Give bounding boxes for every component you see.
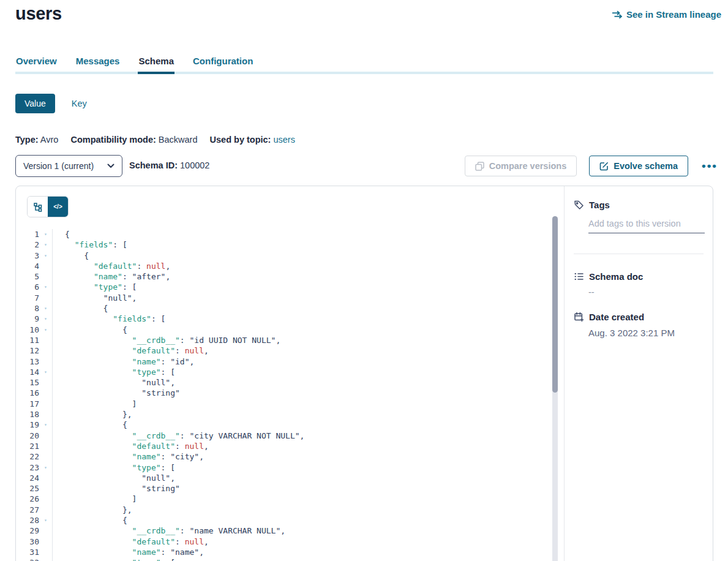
fold-toggle-icon[interactable]: ▾ xyxy=(39,303,53,314)
value-tab-button[interactable]: Value xyxy=(15,94,55,113)
code-line: 15 "null", xyxy=(16,377,552,388)
fold-toggle-icon[interactable]: ▾ xyxy=(39,557,53,561)
line-number: 6 xyxy=(16,282,39,292)
code-line: 2▾ "fields": [ xyxy=(16,239,552,250)
code-line: 31 "name": "name", xyxy=(16,547,552,557)
fold-toggle-icon[interactable]: ▾ xyxy=(39,314,53,324)
code-line: 6▾ "type": [ xyxy=(16,282,552,292)
fold-gutter xyxy=(39,356,53,367)
line-number: 9 xyxy=(16,314,39,324)
version-actions: Compare versions Evolve schema ••• xyxy=(465,156,719,176)
line-number: 20 xyxy=(16,431,39,441)
line-number: 10 xyxy=(16,325,39,335)
code-text: "default": null, xyxy=(53,261,170,271)
fold-gutter xyxy=(39,399,53,409)
compare-versions-button[interactable]: Compare versions xyxy=(465,156,577,176)
fold-gutter xyxy=(39,473,53,483)
scrollbar-thumb[interactable] xyxy=(552,216,558,393)
tree-view-button[interactable] xyxy=(28,197,48,217)
fold-toggle-icon[interactable]: ▾ xyxy=(39,239,53,250)
line-number: 3 xyxy=(16,250,39,261)
code-line: 8▾ { xyxy=(16,303,552,314)
fold-toggle-icon[interactable]: ▾ xyxy=(39,462,53,473)
tab-messages[interactable]: Messages xyxy=(75,55,121,72)
code-line: 14▾ "type": [ xyxy=(16,367,552,377)
tags-section-header: Tags xyxy=(574,200,704,210)
more-options-button[interactable]: ••• xyxy=(700,156,719,176)
fold-toggle-icon[interactable]: ▾ xyxy=(39,420,53,430)
line-number: 11 xyxy=(16,335,39,345)
code-line: 5 "name": "after", xyxy=(16,271,552,282)
code-view-icon: </> xyxy=(53,203,62,210)
line-number: 24 xyxy=(16,473,39,483)
line-number: 5 xyxy=(16,271,39,282)
fold-toggle-icon[interactable]: ▾ xyxy=(39,250,53,261)
fold-gutter xyxy=(39,335,53,345)
code-text: "fields": [ xyxy=(53,314,165,324)
evolve-schema-button[interactable]: Evolve schema xyxy=(589,156,688,176)
code-scrollbar[interactable] xyxy=(552,216,558,561)
fold-toggle-icon[interactable]: ▾ xyxy=(39,282,53,292)
code-text: "default": null, xyxy=(53,441,209,451)
fold-toggle-icon[interactable]: ▾ xyxy=(39,229,53,239)
code-line: 7 "null", xyxy=(16,293,552,303)
stream-lineage-icon xyxy=(612,10,622,19)
code-line: 11 "__crdb__": "id UUID NOT NULL", xyxy=(16,335,552,345)
stream-lineage-link[interactable]: See in Stream lineage xyxy=(612,9,721,20)
tab-overview[interactable]: Overview xyxy=(15,55,58,72)
date-created-value: Aug. 3 2022 3:21 PM xyxy=(588,328,704,338)
tag-icon xyxy=(574,200,584,210)
code-text: "__crdb__": "id UUID NOT NULL", xyxy=(53,335,280,345)
line-number: 27 xyxy=(16,505,39,515)
compare-versions-label: Compare versions xyxy=(489,161,567,171)
tab-schema[interactable]: Schema xyxy=(138,55,174,72)
line-number: 17 xyxy=(16,399,39,409)
date-created-section-header: Date created xyxy=(574,312,704,322)
schema-page: users See in Stream lineage OverviewMess… xyxy=(0,0,728,561)
fold-gutter xyxy=(39,293,53,303)
add-tags-input[interactable] xyxy=(588,219,705,233)
meta-topic: Used by topic: users xyxy=(210,135,295,145)
line-number: 29 xyxy=(16,525,39,536)
fold-gutter xyxy=(39,377,53,388)
version-select-value: Version 1 (current) xyxy=(23,161,94,171)
code-text: "fields": [ xyxy=(53,239,127,250)
code-text: { xyxy=(53,515,127,525)
code-text: { xyxy=(53,420,127,430)
tab-bar: OverviewMessagesSchemaConfiguration xyxy=(15,55,713,74)
code-text: "name": "after", xyxy=(53,271,170,282)
line-number: 25 xyxy=(16,483,39,494)
code-line: 32▾ "type": [ xyxy=(16,557,552,561)
meta-compat: Compatibility mode: Backward xyxy=(70,135,197,145)
code-text: "default": null, xyxy=(53,345,209,356)
used-by-topic-link[interactable]: users xyxy=(273,135,295,145)
code-text: "string" xyxy=(53,388,180,398)
code-text: "name": "name", xyxy=(53,547,204,557)
sidebar-divider xyxy=(574,254,704,254)
code-line: 19▾ { xyxy=(16,420,552,430)
fold-toggle-icon[interactable]: ▾ xyxy=(39,515,53,525)
code-text: "string" xyxy=(53,483,180,494)
code-line: 21 "default": null, xyxy=(16,441,552,451)
meta-topic-label: Used by topic: xyxy=(210,135,271,145)
tab-configuration[interactable]: Configuration xyxy=(192,55,253,72)
code-line: 22 "name": "city", xyxy=(16,451,552,462)
code-editor[interactable]: 1▾{2▾ "fields": [3▾ {4 "default": null,5… xyxy=(16,216,552,561)
code-lines: 1▾{2▾ "fields": [3▾ {4 "default": null,5… xyxy=(16,216,552,561)
fold-toggle-icon[interactable]: ▾ xyxy=(39,325,53,335)
line-number: 16 xyxy=(16,388,39,398)
line-number: 32 xyxy=(16,557,39,561)
code-text: { xyxy=(53,325,127,335)
code-line: 12 "default": null, xyxy=(16,345,552,356)
line-number: 14 xyxy=(16,367,39,377)
schema-doc-title: Schema doc xyxy=(589,271,643,282)
version-select[interactable]: Version 1 (current) xyxy=(15,155,122,177)
fold-gutter xyxy=(39,537,53,547)
fold-gutter xyxy=(39,431,53,441)
version-bar: Version 1 (current) Schema ID: 100002 Co… xyxy=(15,155,719,177)
key-tab-link[interactable]: Key xyxy=(72,99,87,108)
code-view-button[interactable]: </> xyxy=(48,197,68,217)
code-text: "null", xyxy=(53,377,175,388)
calendar-icon xyxy=(574,312,584,322)
fold-toggle-icon[interactable]: ▾ xyxy=(39,367,53,377)
